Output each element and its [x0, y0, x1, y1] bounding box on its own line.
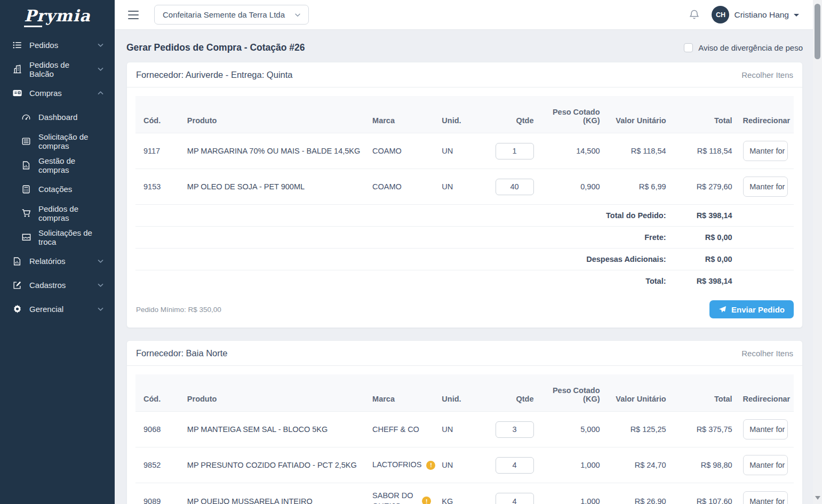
sidebar-item-pedidos-de-compras[interactable]: Pedidos de compras: [0, 201, 115, 225]
brand-text: LACTOFRIOS: [372, 460, 421, 470]
item-unit-price: R$ 6,99: [605, 169, 672, 205]
sidebar-item-label: Solicitação de compras: [38, 132, 104, 150]
sidebar-item-label: Solicitações de troca: [38, 228, 104, 246]
send-icon: [719, 306, 727, 314]
chevron-down-icon: [97, 258, 104, 265]
send-order-button[interactable]: Enviar Pedido: [709, 300, 794, 318]
menu-toggle-icon[interactable]: [128, 11, 139, 19]
pencil-square-icon: [12, 281, 22, 290]
col-marca: Marca: [367, 96, 436, 133]
sidebar-item-cadastros[interactable]: Cadastros: [0, 273, 115, 297]
warning-icon: !: [422, 497, 431, 504]
topbar: Confeitaria Semente da Terra Ltda CH Cri…: [115, 0, 813, 30]
minimum-order-label: Pedido Mínimo: R$ 350,00: [136, 306, 221, 314]
col-peso: Peso Cotado (KG): [539, 374, 605, 412]
scrollbar-down-arrow-icon[interactable]: [815, 496, 820, 500]
item-total: R$ 107,60: [672, 483, 738, 504]
caret-down-icon: [794, 14, 799, 17]
sidebar-item-pedidos[interactable]: Pedidos: [0, 33, 115, 57]
sidebar-item-gestao-de-compras[interactable]: Gestão de compras: [0, 153, 115, 177]
summary-label: Total do Pedido:: [135, 205, 672, 227]
item-code: 9153: [135, 169, 182, 205]
card-icon: [12, 88, 22, 98]
collapse-items-link[interactable]: Recolher Itens: [741, 70, 793, 79]
sidebar-item-relatorios[interactable]: Relatórios: [0, 249, 115, 273]
sidebar-item-label: Pedidos de compras: [38, 204, 104, 222]
collapse-items-link[interactable]: Recolher Itens: [741, 349, 793, 358]
col-qtde: Qtde: [480, 374, 539, 412]
box-icon: [21, 232, 31, 242]
item-product: MP QUEIJO MUSSARELA INTEIRO: [182, 483, 367, 504]
sidebar-item-cotacoes[interactable]: Cotações: [0, 177, 115, 201]
sidebar-item-compras[interactable]: Compras: [0, 81, 115, 105]
quantity-input[interactable]: [496, 421, 534, 438]
redirect-select[interactable]: Manter for: [743, 177, 788, 197]
items-table: Cód. Produto Marca Unid. Qtde Peso Cotad…: [135, 374, 794, 504]
speedometer-icon: [21, 113, 31, 122]
company-selector-value: Confeitaria Semente da Terra Ltda: [163, 10, 285, 19]
quantity-input[interactable]: [496, 493, 534, 504]
redirect-select[interactable]: Manter for: [743, 455, 788, 475]
table-header-row: Cód. Produto Marca Unid. Qtde Peso Cotad…: [135, 96, 794, 133]
brand-text: Prymia: [24, 6, 90, 27]
avatar: CH: [712, 6, 729, 23]
send-order-label: Enviar Pedido: [731, 305, 785, 314]
item-brand: LACTOFRIOS !: [367, 447, 436, 483]
calculator-icon: [21, 185, 31, 194]
sidebar-item-solicitacoes-de-troca[interactable]: Solicitações de troca: [0, 225, 115, 249]
gear-icon: [12, 304, 22, 314]
notifications-bell-icon[interactable]: [689, 9, 700, 20]
item-product: MP MARGARINA 70% OU MAIS - BALDE 14,5KG: [182, 133, 367, 169]
item-unit-price: R$ 24,70: [605, 447, 672, 483]
redirect-select[interactable]: Manter for: [743, 491, 788, 504]
supplier-title: Fornecedor: Baia Norte: [136, 348, 228, 358]
chevron-down-icon: [97, 66, 104, 73]
col-cod: Cód.: [135, 374, 182, 412]
redirect-select[interactable]: Manter for: [743, 419, 788, 439]
sidebar-item-pedidos-de-balcao[interactable]: Pedidos de Balcão: [0, 57, 115, 81]
summary-label: Despesas Adicionais:: [135, 249, 672, 270]
chevron-down-icon: [97, 282, 104, 289]
sidebar-item-label: Dashboard: [38, 113, 77, 122]
quantity-input[interactable]: [496, 457, 534, 474]
redirect-select[interactable]: Manter for: [743, 141, 788, 161]
col-redirecionar: Redirecionar: [738, 374, 794, 412]
item-total: R$ 375,75: [672, 412, 738, 447]
col-valor: Valor Unitário: [605, 96, 672, 133]
item-product: MP MANTEIGA SEM SAL - BLOCO 5KG: [182, 412, 367, 447]
scrollbar-thumb[interactable]: [815, 4, 820, 59]
list-icon: [12, 40, 22, 50]
sidebar-item-solicitacao-de-compras[interactable]: Solicitação de compras: [0, 129, 115, 153]
quantity-input[interactable]: [496, 143, 534, 159]
items-table: Cód. Produto Marca Unid. Qtde Peso Cotad…: [135, 96, 794, 292]
item-unit-price: R$ 125,25: [605, 412, 672, 447]
warning-icon: !: [426, 461, 435, 470]
sidebar: Prymia Pedidos Pedidos de Balcão Com: [0, 0, 115, 504]
item-brand: SABOR DO QUEIJO !: [367, 483, 436, 504]
item-unit: UN: [436, 133, 480, 169]
col-unid: Unid.: [436, 96, 480, 133]
table-row: 9089 MP QUEIJO MUSSARELA INTEIRO SABOR D…: [135, 483, 794, 504]
table-row: 9117 MP MARGARINA 70% OU MAIS - BALDE 14…: [135, 133, 794, 169]
summary-label: Total:: [135, 270, 672, 292]
item-code: 9852: [135, 447, 182, 483]
summary-row: Frete: R$ 0,00: [135, 227, 794, 249]
item-unit: KG: [436, 483, 480, 504]
item-weight: 1,000: [539, 447, 605, 483]
company-selector[interactable]: Confeitaria Semente da Terra Ltda: [154, 5, 309, 25]
weight-divergence-checkbox[interactable]: [684, 43, 693, 52]
supplier-card-auriverde: Fornecedor: Auriverde - Entrega: Quinta …: [126, 62, 803, 328]
col-produto: Produto: [182, 96, 367, 133]
item-unit-price: R$ 26,90: [605, 483, 672, 504]
chevron-up-icon: [97, 90, 104, 97]
sidebar-item-gerencial[interactable]: Gerencial: [0, 297, 115, 321]
window-scrollbar[interactable]: [813, 0, 822, 504]
quantity-input[interactable]: [496, 179, 534, 195]
user-menu[interactable]: CH Cristiano Hang: [712, 6, 799, 23]
brand-text: SABOR DO QUEIJO: [372, 491, 417, 504]
summary-value: R$ 0,00: [672, 249, 738, 270]
building-icon: [12, 64, 22, 74]
sidebar-item-label: Compras: [29, 89, 62, 98]
col-qtde: Qtde: [480, 96, 539, 133]
sidebar-item-dashboard[interactable]: Dashboard: [0, 105, 115, 129]
